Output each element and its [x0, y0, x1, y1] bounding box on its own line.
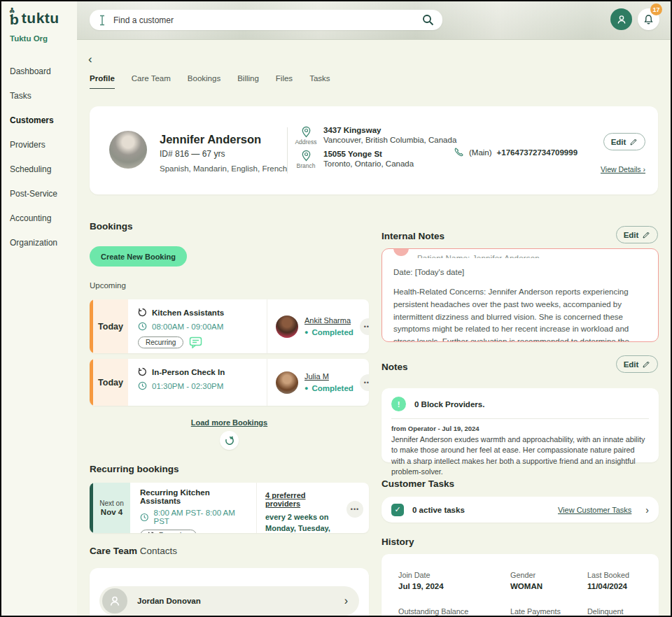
- booking-more-button[interactable]: •••: [360, 318, 369, 335]
- refresh-icon: [225, 436, 234, 446]
- active-tasks-count: 0 active tasks: [412, 506, 550, 514]
- sidebar-item-post-service[interactable]: Post-Service: [10, 189, 77, 199]
- care-team-heading: Care Team Contacts: [90, 546, 177, 556]
- contact-avatar-icon: [102, 588, 127, 614]
- internal-notes-box[interactable]: Patient Name: Jennifer Anderson Date: [T…: [382, 248, 659, 342]
- load-more-bookings-link[interactable]: Load more Bookings: [191, 418, 267, 427]
- user-avatar-button[interactable]: [610, 8, 632, 30]
- clock-icon: [140, 513, 149, 522]
- edit-customer-button[interactable]: Edit: [603, 133, 645, 150]
- customer-summary-card: Jennifer Anderson ID# 816 — 67 yrs Spani…: [90, 106, 658, 194]
- sidebar-item-providers[interactable]: Providers: [10, 140, 77, 150]
- provider-photo: [276, 371, 298, 394]
- recurring-service-name: Recurring Kitchen Assistants: [140, 488, 249, 505]
- recurring-bookings-heading: Recurring bookings: [90, 464, 179, 474]
- recurring-time: 8:00 AM PST- 8:00 AM PST: [154, 509, 250, 525]
- view-customer-tasks-link[interactable]: View Customer Tasks: [558, 506, 631, 514]
- booking-card[interactable]: Today In-Person Check In 01:30PM - 02:30…: [90, 359, 369, 406]
- app-logo[interactable]: ƅᏜ tuktu: [10, 10, 77, 27]
- notes-heading: Notes: [382, 362, 408, 372]
- back-button[interactable]: ‹: [88, 53, 92, 65]
- recurring-details: Recurring Kitchen Assistants 8:00 AM PST…: [130, 483, 257, 533]
- care-team-contact-row[interactable]: Jordan Donovan ›: [99, 586, 359, 616]
- create-new-booking-button[interactable]: Create New Booking: [90, 246, 187, 267]
- tab-profile[interactable]: Profile: [90, 74, 115, 89]
- address-block: Address 3437 Kingsway Vancouver, British…: [294, 126, 469, 173]
- phone-icon: [454, 147, 464, 157]
- org-name[interactable]: Tuktu Org: [10, 34, 77, 43]
- phone-row: (Main)+17647372734709999: [454, 147, 578, 157]
- tab-bookings[interactable]: Bookings: [188, 74, 220, 89]
- chat-icon[interactable]: [189, 336, 202, 348]
- view-details-link[interactable]: View Details ›: [601, 165, 645, 173]
- history-field: Gender WOMAN: [510, 571, 587, 595]
- tab-care-team[interactable]: Care Team: [132, 74, 171, 89]
- customer-languages: Spanish, Mandarin, English, French: [160, 164, 287, 173]
- upcoming-label: Upcoming: [90, 281, 126, 290]
- recurring-tag: Recurring: [138, 336, 183, 348]
- history-field: Last Booked 11/04/2024: [587, 571, 657, 595]
- search-input[interactable]: [113, 15, 422, 25]
- edit-notes-button[interactable]: Edit: [616, 355, 658, 373]
- booking-more-button[interactable]: •••: [360, 374, 369, 391]
- pencil-icon: [642, 231, 650, 239]
- tab-files[interactable]: Files: [276, 74, 293, 89]
- edit-internal-notes-button[interactable]: Edit: [616, 226, 658, 243]
- sidebar-item-dashboard[interactable]: Dashboard: [10, 66, 77, 76]
- header-actions: 17: [610, 8, 659, 30]
- tab-tasks[interactable]: Tasks: [309, 74, 330, 89]
- booking-service-name: In-Person Check In: [152, 368, 225, 376]
- clock-icon: [138, 322, 147, 331]
- provider-name-link[interactable]: Ankit Sharma: [304, 316, 354, 325]
- branch-row: Branch 15055 Yonge St Toronto, Ontario, …: [294, 150, 469, 169]
- antler-logo-icon: ƅᏜ: [10, 12, 19, 27]
- customer-name: Jennifer Anderson: [160, 133, 261, 146]
- search-icon[interactable]: [422, 14, 434, 26]
- clipped-note-line: Patient Name: Jennifer Anderson: [393, 249, 645, 258]
- care-team-card: Jordan Donovan ›: [90, 568, 369, 617]
- divider: [287, 127, 288, 173]
- history-field: Late Payments No: [510, 607, 587, 617]
- location-pin-icon: [301, 150, 312, 162]
- tab-billing[interactable]: Billing: [237, 74, 259, 89]
- address-city: Vancouver, British Columbia, Canada: [323, 136, 456, 144]
- chevron-right-icon: ›: [645, 504, 649, 516]
- contact-name: Jordan Donovan: [137, 597, 335, 605]
- sidebar-item-accounting[interactable]: Accounting: [10, 213, 77, 223]
- preferred-providers-link[interactable]: 4 preferred providers: [265, 491, 340, 508]
- booking-service-name: Kitchen Assistants: [152, 308, 224, 317]
- booking-time: 08:00AM - 09:00AM: [152, 322, 223, 331]
- internal-notes-heading: Internal Notes: [382, 231, 444, 241]
- sidebar-item-organization[interactable]: Organization: [10, 238, 77, 248]
- note-date-line: Date: [Today's date]: [393, 268, 645, 276]
- branch-city: Toronto, Ontario, Canada: [323, 159, 414, 168]
- sidebar: ƅᏜ tuktu Tuktu Org Dashboard Tasks Custo…: [0, 0, 77, 617]
- note-body: Health-Related Concerns: Jennifer Anders…: [393, 286, 645, 342]
- address-street: 3437 Kingsway: [323, 126, 456, 134]
- recurring-schedule: every 2 weeks on Monday, Tuesday, Wednes…: [265, 512, 340, 533]
- note-alert-icon: [393, 249, 409, 256]
- customer-id-age: ID# 816 — 67 yrs: [160, 149, 225, 159]
- booking-day: Today: [93, 359, 128, 406]
- provider-name-link[interactable]: Julia M: [304, 372, 354, 381]
- customer-photo: [109, 131, 147, 169]
- booking-time: 01:30PM - 02:30PM: [152, 382, 223, 390]
- recurring-booking-card[interactable]: Next on Nov 4 Recurring Kitchen Assistan…: [90, 483, 369, 533]
- sidebar-item-customers[interactable]: Customers: [10, 115, 77, 125]
- history-field: Join Date Jul 19, 2024: [398, 571, 510, 595]
- recurring-icon: [148, 532, 155, 533]
- notes-card: ! 0 Block Providers. from Operator - Jul…: [382, 388, 659, 462]
- recurring-icon: [138, 308, 147, 317]
- sidebar-item-scheduling[interactable]: Scheduling: [10, 164, 77, 174]
- booking-status: Completed: [312, 384, 353, 392]
- recurring-providers: 4 preferred providers every 2 weeks on M…: [257, 483, 369, 533]
- booking-provider: Julia M ●Completed •••: [267, 359, 369, 406]
- recurring-more-button[interactable]: •••: [346, 501, 363, 518]
- notifications-button[interactable]: 17: [638, 8, 659, 30]
- sidebar-item-tasks[interactable]: Tasks: [10, 91, 77, 101]
- top-bar: 17: [77, 0, 672, 40]
- recurring-next-date: Next on Nov 4: [93, 483, 130, 533]
- refresh-bookings-button[interactable]: [220, 431, 239, 450]
- customer-search[interactable]: [90, 10, 442, 30]
- booking-card[interactable]: Today Kitchen Assistants 08:00AM - 09:00…: [90, 299, 369, 353]
